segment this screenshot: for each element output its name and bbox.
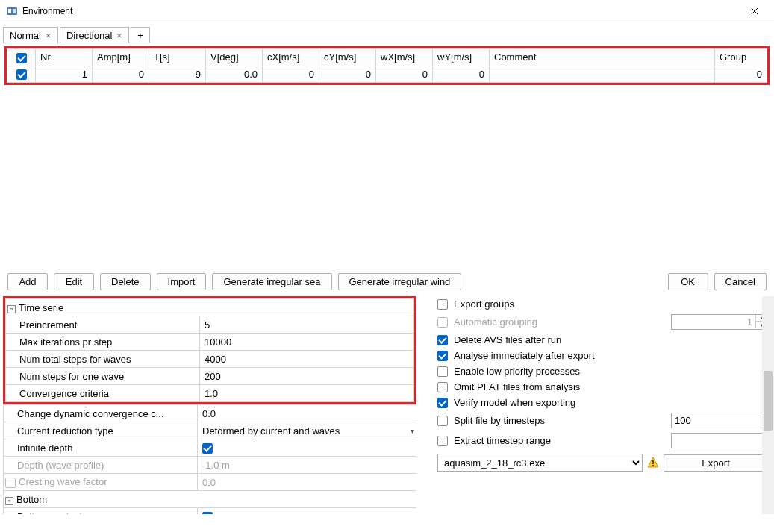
low-priority-label: Enable low priority processes: [454, 366, 768, 377]
current-reduction-type-dropdown[interactable]: Deformed by current and waves: [198, 422, 417, 439]
split-file-option[interactable]: Split file by timesteps: [437, 410, 768, 431]
title-bar: Environment: [0, 0, 774, 22]
cell-cx[interactable]: 0: [263, 66, 319, 83]
col-v[interactable]: V[deg]: [206, 49, 263, 66]
scrollbar[interactable]: [762, 296, 774, 514]
infinite-depth-label: Infinite depth: [4, 439, 198, 457]
col-nr[interactable]: Nr: [36, 49, 93, 66]
num-steps-one-wave-label: Num steps for one wave: [6, 368, 200, 385]
num-total-steps-label: Num total steps for waves: [6, 351, 200, 368]
table-row[interactable]: 1 0 9 0.0 0 0 0 0 0: [7, 66, 767, 83]
row-checkbox[interactable]: [16, 69, 27, 80]
cell-t[interactable]: 9: [149, 66, 206, 83]
export-groups-label: Export groups: [454, 298, 768, 310]
verify-model-option[interactable]: Verify model when exporting: [437, 395, 768, 410]
col-wy[interactable]: wY[m/s]: [433, 49, 490, 66]
extract-timestep-option[interactable]: Extract timestep range: [437, 431, 768, 451]
change-dynamic-convergence-value[interactable]: 0.0: [198, 405, 417, 422]
num-total-steps-value[interactable]: 4000: [200, 351, 414, 368]
checkbox-icon[interactable]: [437, 299, 448, 310]
split-file-input[interactable]: [671, 413, 768, 428]
automatic-grouping-spinner: 1 ▲▼: [671, 314, 768, 330]
delete-button[interactable]: Delete: [100, 273, 151, 290]
change-dynamic-convergence-label: Change dynamic convergence c...: [4, 405, 198, 422]
tab-strip: Normal ✕ Directional ✕ +: [0, 22, 774, 43]
generate-irregular-sea-button[interactable]: Generate irregular sea: [212, 273, 331, 290]
tab-add[interactable]: +: [131, 27, 150, 43]
depth-wave-profile-label: Depth (wave profile): [4, 457, 198, 474]
tab-directional[interactable]: Directional ✕: [60, 27, 129, 43]
cresting-checkbox: [5, 478, 16, 488]
plus-icon: +: [137, 30, 143, 41]
num-steps-one-wave-value[interactable]: 200: [200, 368, 414, 385]
select-all-checkbox[interactable]: [16, 53, 27, 63]
bottom-contact-checkbox-cell[interactable]: [198, 508, 417, 515]
omit-pfat-option[interactable]: Omit PFAT files from analysis: [437, 379, 768, 395]
cell-wx[interactable]: 0: [376, 66, 433, 83]
close-button[interactable]: [737, 0, 771, 22]
checkbox-icon[interactable]: [437, 398, 448, 408]
bottom-contact-label: Bottom contact: [4, 508, 198, 515]
analyse-immediately-option[interactable]: Analyse immediately after export: [437, 348, 768, 363]
section-title: Bottom: [16, 494, 47, 505]
col-wx[interactable]: wX[m/s]: [376, 49, 433, 66]
collapse-icon[interactable]: ▫: [7, 305, 16, 313]
col-cy[interactable]: cY[m/s]: [319, 49, 376, 66]
ok-button[interactable]: OK: [668, 273, 708, 290]
cell-amp[interactable]: 0: [93, 66, 149, 83]
low-priority-option[interactable]: Enable low priority processes: [437, 363, 768, 379]
delete-avs-option[interactable]: Delete AVS files after run: [437, 332, 768, 348]
checkbox-icon[interactable]: [437, 382, 448, 392]
import-button[interactable]: Import: [157, 273, 207, 290]
checkbox-icon[interactable]: [437, 436, 448, 446]
max-iterations-value[interactable]: 10000: [200, 334, 414, 351]
convergence-criteria-label: Convergence criteria: [6, 385, 200, 402]
max-iterations-label: Max iterations pr step: [6, 334, 200, 351]
convergence-criteria-value[interactable]: 1.0: [200, 385, 414, 402]
col-comment[interactable]: Comment: [490, 49, 715, 66]
tab-close-icon[interactable]: ✕: [116, 32, 122, 40]
infinite-depth-checkbox[interactable]: [202, 443, 213, 454]
section-header-bottom[interactable]: ▫Bottom: [4, 491, 417, 508]
cell-group[interactable]: 0: [715, 66, 767, 83]
checkbox-icon[interactable]: [437, 335, 448, 345]
preincrement-value[interactable]: 5: [200, 316, 414, 334]
section-header-time-serie[interactable]: ▫Time serie: [6, 299, 414, 316]
split-file-label: Split file by timesteps: [454, 415, 665, 426]
executable-dropdown[interactable]: aquasim_2_18_rc3.exe: [437, 454, 643, 472]
cell-comment[interactable]: [490, 66, 715, 83]
cell-v[interactable]: 0.0: [206, 66, 263, 83]
tab-normal[interactable]: Normal ✕: [3, 27, 58, 44]
checkbox-icon[interactable]: [437, 416, 448, 426]
extract-timestep-input[interactable]: [671, 433, 768, 448]
export-row: aquasim_2_18_rc3.exe Export: [437, 454, 768, 472]
collapse-icon[interactable]: ▫: [5, 497, 13, 505]
col-cx[interactable]: cX[m/s]: [263, 49, 319, 66]
generate-irregular-wind-button[interactable]: Generate irregular wind: [338, 273, 462, 290]
col-amp[interactable]: Amp[m]: [93, 49, 149, 66]
checkbox-icon[interactable]: [437, 366, 448, 377]
cancel-button[interactable]: Cancel: [714, 273, 767, 290]
svg-rect-1: [8, 9, 11, 13]
wave-table: Nr Amp[m] T[s] V[deg] cX[m/s] cY[m/s] wX…: [4, 46, 770, 85]
infinite-depth-checkbox-cell[interactable]: [198, 439, 417, 457]
cell-nr[interactable]: 1: [36, 66, 93, 83]
verify-model-label: Verify model when exporting: [454, 397, 768, 408]
analyse-immediately-label: Analyse immediately after export: [454, 350, 768, 361]
cell-wy[interactable]: 0: [433, 66, 490, 83]
add-button[interactable]: Add: [7, 273, 48, 290]
scrollbar-thumb[interactable]: [764, 371, 773, 431]
col-group[interactable]: Group: [715, 49, 767, 66]
checkbox-icon[interactable]: [437, 351, 448, 361]
tab-label: Directional: [66, 30, 112, 41]
section-title: Time serie: [19, 302, 63, 313]
cell-cy[interactable]: 0: [319, 66, 376, 83]
export-button[interactable]: Export: [664, 454, 768, 472]
svg-rect-3: [652, 460, 654, 464]
tab-close-icon[interactable]: ✕: [46, 32, 52, 40]
col-t[interactable]: T[s]: [149, 49, 206, 66]
edit-button[interactable]: Edit: [54, 273, 94, 290]
bottom-contact-checkbox[interactable]: [202, 512, 213, 514]
tab-label: Normal: [10, 30, 41, 41]
export-groups-option[interactable]: Export groups: [437, 296, 768, 312]
